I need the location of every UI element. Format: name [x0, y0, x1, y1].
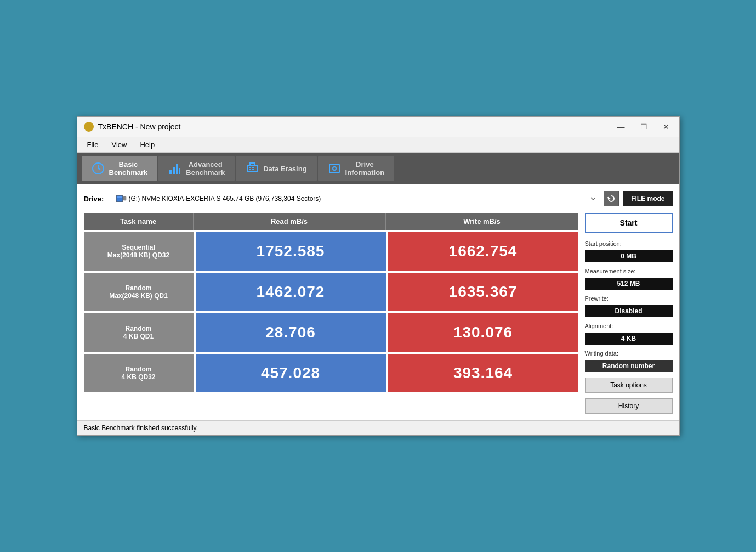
- status-bar: Basic Benchmark finished successfully.: [77, 420, 679, 435]
- toolbar-data-erasing[interactable]: Data Erasing: [236, 156, 316, 181]
- drive-icon: [116, 194, 127, 203]
- menu-help[interactable]: Help: [134, 139, 160, 150]
- title-bar-left: TxBENCH - New project: [84, 122, 181, 132]
- write-value-0: 1662.754: [388, 232, 578, 271]
- start-button[interactable]: Start: [585, 213, 673, 233]
- menu-bar: File View Help: [77, 137, 679, 153]
- status-left: Basic Benchmark finished successfully.: [84, 424, 379, 432]
- window-title: TxBENCH - New project: [98, 122, 181, 131]
- drive-selected-text: (G:) NVMe KIOXIA-EXCERIA S 465.74 GB (97…: [127, 195, 590, 202]
- write-value-1: 1635.367: [388, 273, 578, 311]
- toolbar-advanced-benchmark[interactable]: Advanced Benchmark: [158, 156, 235, 181]
- chart-icon: [168, 162, 181, 175]
- write-value-2: 130.076: [388, 313, 578, 352]
- write-value-3: 393.164: [388, 354, 578, 392]
- task-name-3: Random 4 KB QD32: [84, 354, 194, 392]
- file-mode-button[interactable]: FILE mode: [623, 191, 672, 206]
- dropdown-arrow-icon: [590, 195, 596, 202]
- menu-view[interactable]: View: [106, 139, 132, 150]
- read-value-3: 457.028: [196, 354, 386, 392]
- svg-rect-1: [169, 170, 172, 174]
- toolbar: Basic Benchmark Advanced Benchmark Data …: [77, 153, 679, 184]
- toolbar-basic-benchmark[interactable]: Basic Benchmark: [82, 156, 158, 181]
- status-right: [378, 424, 673, 432]
- menu-file[interactable]: File: [82, 139, 104, 150]
- title-bar: TxBENCH - New project — ☐ ✕: [77, 117, 679, 137]
- svg-rect-9: [117, 196, 122, 198]
- param-label-4: Writing data:: [585, 350, 673, 357]
- clock-icon: [92, 162, 105, 175]
- param-value-2: Disabled: [585, 305, 673, 317]
- content-area: Drive: (G:) NVMe KIOXIA-EXCERIA S 465.74…: [77, 184, 679, 420]
- param-value-3: 4 KB: [585, 333, 673, 345]
- param-value-4: Random number: [585, 360, 673, 372]
- param-value-0: 0 MB: [585, 250, 673, 262]
- minimize-button[interactable]: —: [614, 121, 628, 132]
- drive-refresh-button[interactable]: [604, 191, 619, 206]
- task-options-button[interactable]: Task options: [585, 378, 673, 393]
- task-name-2: Random 4 KB QD1: [84, 313, 194, 352]
- results-table: Task name Read mB/s Write mB/s Sequentia…: [84, 213, 578, 414]
- svg-rect-5: [329, 164, 339, 173]
- drive-info-icon: [328, 162, 341, 175]
- read-value-1: 1462.072: [196, 273, 386, 311]
- col-header-task: Task name: [84, 213, 194, 230]
- read-value-0: 1752.585: [196, 232, 386, 271]
- table-row: Sequential Max(2048 KB) QD32 1752.585 16…: [84, 232, 578, 271]
- drive-label: Drive:: [84, 195, 109, 203]
- table-header: Task name Read mB/s Write mB/s: [84, 213, 578, 230]
- task-name-1: Random Max(2048 KB) QD1: [84, 273, 194, 311]
- param-value-1: 512 MB: [585, 278, 673, 290]
- main-window: TxBENCH - New project — ☐ ✕ File View He…: [77, 116, 680, 436]
- close-button[interactable]: ✕: [660, 121, 673, 132]
- refresh-icon: [607, 195, 615, 202]
- window-controls: — ☐ ✕: [614, 121, 673, 132]
- param-label-3: Alignment:: [585, 323, 673, 329]
- svg-point-6: [333, 167, 336, 170]
- param-label-0: Start position:: [585, 240, 673, 247]
- table-row: Random Max(2048 KB) QD1 1462.072 1635.36…: [84, 273, 578, 311]
- param-label-2: Prewrite:: [585, 295, 673, 302]
- svg-rect-3: [176, 164, 178, 174]
- table-row: Random 4 KB QD32 457.028 393.164: [84, 354, 578, 392]
- svg-rect-10: [123, 196, 126, 200]
- toolbar-drive-information[interactable]: Drive Information: [318, 156, 395, 181]
- drive-row: Drive: (G:) NVMe KIOXIA-EXCERIA S 465.74…: [84, 191, 673, 206]
- table-section: Task name Read mB/s Write mB/s Sequentia…: [84, 213, 673, 414]
- col-header-read: Read mB/s: [194, 213, 386, 230]
- erase-icon: [246, 162, 259, 175]
- app-icon: [84, 122, 94, 132]
- side-panel: Start Start position: 0 MB Measurement s…: [585, 213, 673, 414]
- svg-rect-2: [173, 167, 175, 174]
- param-label-1: Measurement size:: [585, 268, 673, 274]
- col-header-write: Write mB/s: [386, 213, 578, 230]
- drive-selector-wrapper: (G:) NVMe KIOXIA-EXCERIA S 465.74 GB (97…: [113, 191, 600, 206]
- maximize-button[interactable]: ☐: [637, 121, 651, 132]
- svg-rect-4: [179, 168, 180, 174]
- table-row: Random 4 KB QD1 28.706 130.076: [84, 313, 578, 352]
- task-name-0: Sequential Max(2048 KB) QD32: [84, 232, 194, 271]
- history-button[interactable]: History: [585, 398, 673, 414]
- read-value-2: 28.706: [196, 313, 386, 352]
